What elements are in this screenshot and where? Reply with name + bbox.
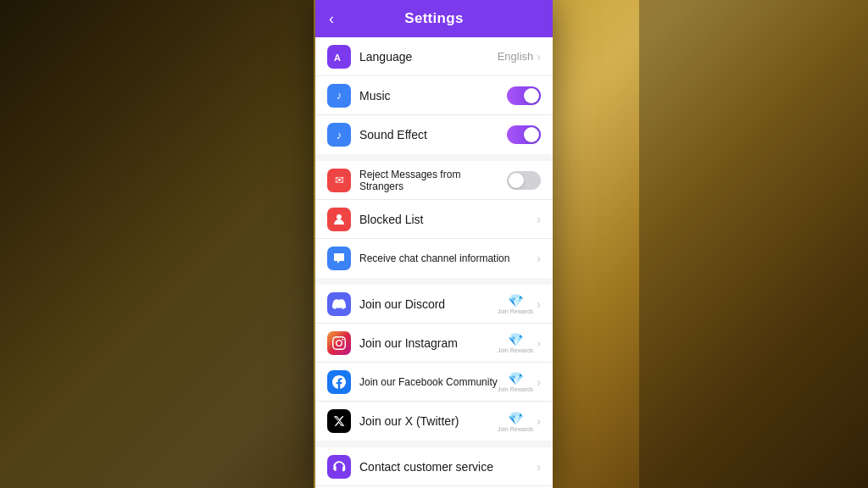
twitter-chevron: › (537, 414, 541, 428)
instagram-chevron: › (537, 336, 541, 350)
twitter-reward: 💎 Join Rewards (498, 411, 533, 432)
instagram-reward: 💎 Join Rewards (498, 332, 533, 353)
reject-messages-item[interactable]: ✉ Reject Messages from Strangers (315, 161, 553, 200)
settings-header: ‹ Settings (315, 0, 553, 37)
sound-effect-item[interactable]: ♪ Sound Effect (315, 115, 553, 154)
sound-effect-label: Sound Effect (359, 128, 507, 141)
music-icon: ♪ (327, 84, 351, 108)
facebook-chevron: › (537, 375, 541, 389)
music-toggle[interactable] (507, 86, 541, 105)
section-privacy: ✉ Reject Messages from Strangers Blocked… (315, 161, 553, 278)
reject-messages-icon: ✉ (327, 169, 351, 192)
twitter-item[interactable]: Join our X (Twitter) 💎 Join Rewards › (315, 402, 553, 441)
customer-service-label: Contact customer service (359, 460, 537, 474)
facebook-label: Join our Facebook Community (359, 376, 498, 388)
reject-messages-label: Reject Messages from Strangers (359, 169, 507, 192)
blocked-list-label: Blocked List (359, 213, 537, 226)
language-item[interactable]: A Language English › (315, 37, 553, 76)
chat-channel-chevron: › (537, 252, 541, 265)
back-button[interactable]: ‹ (326, 7, 337, 31)
chat-channel-item[interactable]: Receive chat channel information › (315, 239, 553, 278)
phone-screen: ‹ Settings A Language English › ♪ (315, 0, 553, 488)
language-chevron: › (537, 50, 541, 64)
discord-chevron: › (537, 297, 541, 311)
settings-list: A Language English › ♪ Music ♪ (315, 37, 553, 488)
reject-messages-toggle[interactable] (507, 171, 541, 190)
facebook-reward: 💎 Join Rewards (498, 371, 533, 392)
sound-effect-icon: ♪ (327, 123, 351, 147)
svg-point-1 (337, 214, 342, 219)
language-value: English (498, 50, 534, 63)
page-title: Settings (404, 10, 463, 27)
svg-text:A: A (334, 53, 341, 63)
discord-item[interactable]: Join our Discord 💎 Join Rewards › (315, 285, 553, 324)
blocked-list-chevron: › (537, 213, 541, 226)
customer-service-item[interactable]: Contact customer service › (315, 447, 553, 486)
discord-label: Join our Discord (359, 297, 498, 311)
sound-effect-toggle[interactable] (507, 125, 541, 144)
twitter-label: Join our X (Twitter) (359, 414, 498, 428)
language-icon: A (327, 45, 351, 69)
customer-service-icon (327, 455, 351, 479)
section-support: Contact customer service › (315, 447, 553, 488)
section-social: Join our Discord 💎 Join Rewards › Join o… (315, 285, 553, 441)
discord-icon (327, 292, 351, 316)
blocked-list-icon (327, 208, 351, 231)
instagram-label: Join our Instagram (359, 336, 498, 350)
instagram-item[interactable]: Join our Instagram 💎 Join Rewards › (315, 324, 553, 363)
blocked-list-item[interactable]: Blocked List › (315, 200, 553, 239)
customer-service-chevron: › (537, 460, 541, 474)
language-label: Language (359, 50, 498, 64)
music-item[interactable]: ♪ Music (315, 76, 553, 115)
discord-reward: 💎 Join Rewards (498, 293, 533, 314)
chat-channel-label: Receive chat channel information (359, 252, 537, 264)
section-preferences: A Language English › ♪ Music ♪ (315, 37, 553, 154)
music-label: Music (359, 89, 507, 103)
twitter-icon (327, 409, 351, 433)
facebook-icon (327, 370, 351, 394)
instagram-icon (327, 331, 351, 355)
facebook-item[interactable]: Join our Facebook Community 💎 Join Rewar… (315, 363, 553, 402)
chat-channel-icon (327, 247, 351, 270)
